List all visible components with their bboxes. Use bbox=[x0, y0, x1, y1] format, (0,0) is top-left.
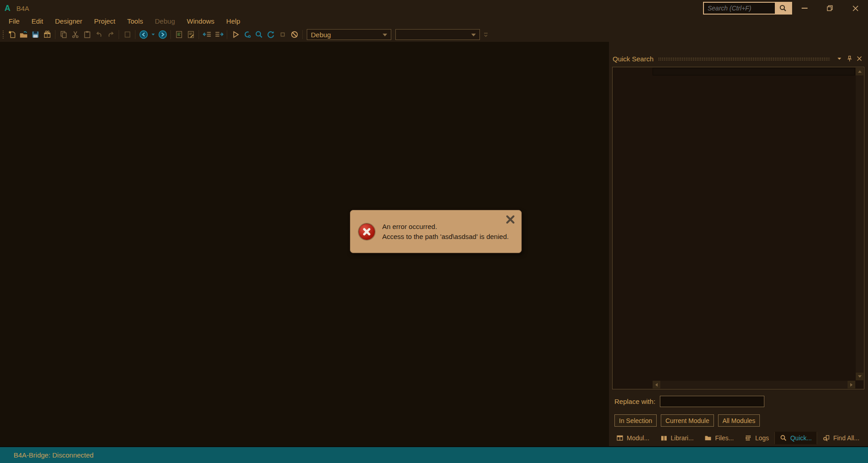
toolbar-separator bbox=[119, 30, 119, 39]
search-submit-button[interactable] bbox=[775, 3, 791, 14]
in-selection-button[interactable]: In Selection bbox=[614, 414, 657, 427]
pin-icon bbox=[847, 55, 853, 62]
toolbar-separator bbox=[302, 30, 303, 39]
navigate-forward-icon[interactable] bbox=[157, 29, 168, 40]
package-icon[interactable] bbox=[41, 29, 53, 40]
build-configuration-value: Debug bbox=[311, 31, 331, 39]
restore-button[interactable] bbox=[817, 0, 843, 16]
resume-icon[interactable] bbox=[265, 29, 276, 40]
toolbar-separator bbox=[199, 30, 199, 39]
replace-row: Replace with: bbox=[614, 395, 764, 407]
panel-drag-texture[interactable] bbox=[658, 57, 830, 61]
window-title: B4A bbox=[16, 5, 29, 12]
open-project-icon[interactable] bbox=[18, 29, 29, 40]
libraries-icon bbox=[660, 434, 668, 442]
menu-windows[interactable]: Windows bbox=[181, 16, 220, 27]
horizontal-scrollbar[interactable] bbox=[653, 381, 855, 388]
tab-files[interactable]: Files... bbox=[699, 432, 739, 444]
tab-label: Quick... bbox=[790, 434, 812, 442]
chevron-down-icon bbox=[837, 56, 842, 61]
triangle-up-icon bbox=[858, 70, 862, 73]
cut-icon[interactable] bbox=[70, 29, 81, 40]
tab-modules[interactable]: Modul... bbox=[611, 432, 655, 444]
all-modules-button[interactable]: All Modules bbox=[718, 414, 760, 427]
minimize-button[interactable] bbox=[792, 0, 817, 16]
tab-quick-search[interactable]: Quick... bbox=[774, 432, 817, 444]
menu-debug: Debug bbox=[149, 16, 181, 27]
tab-find-all-references[interactable]: Find All... bbox=[817, 432, 865, 444]
comment-selection-icon[interactable] bbox=[173, 29, 185, 40]
error-dialog: An error occurred. Access to the path 'a… bbox=[350, 210, 522, 253]
error-line-2: Access to the path 'asd\asdsad' is denie… bbox=[382, 232, 509, 242]
panel-menu-button[interactable] bbox=[834, 55, 844, 63]
scroll-right-button[interactable] bbox=[848, 381, 855, 388]
close-button[interactable] bbox=[843, 0, 868, 16]
menu-project[interactable]: Project bbox=[88, 16, 121, 27]
toolbar-separator bbox=[227, 30, 227, 39]
save-all-icon[interactable] bbox=[30, 29, 41, 40]
search-input[interactable] bbox=[704, 3, 775, 14]
app-logo: A bbox=[5, 4, 10, 13]
title-bar: A B4A bbox=[0, 0, 868, 16]
connect-device-icon[interactable] bbox=[241, 29, 253, 40]
window-controls bbox=[792, 0, 868, 16]
dialog-close-button[interactable] bbox=[505, 214, 516, 225]
triangle-right-icon bbox=[850, 383, 853, 387]
module-selector-combobox[interactable] bbox=[395, 29, 480, 40]
run-icon[interactable] bbox=[229, 29, 241, 40]
menu-designer[interactable]: Designer bbox=[49, 16, 88, 27]
vertical-scrollbar[interactable] bbox=[856, 68, 863, 380]
tab-label: Find All... bbox=[833, 434, 859, 442]
bridge-status-text: B4A-Bridge: Disconnected bbox=[14, 451, 94, 459]
error-message: An error occurred. Access to the path 'a… bbox=[382, 222, 509, 242]
undo-icon[interactable] bbox=[93, 29, 105, 40]
tab-libraries[interactable]: Librari... bbox=[655, 432, 699, 444]
error-icon bbox=[359, 224, 375, 240]
indent-icon[interactable] bbox=[213, 29, 224, 40]
debug-icon[interactable] bbox=[253, 29, 264, 40]
current-module-button[interactable]: Current Module bbox=[661, 414, 714, 427]
menu-bar: File Edit Designer Project Tools Debug W… bbox=[0, 16, 868, 27]
chevron-down-icon bbox=[471, 34, 476, 36]
toolbar-grip[interactable] bbox=[2, 30, 5, 40]
triangle-left-icon bbox=[655, 383, 658, 387]
tab-label: Files... bbox=[715, 434, 733, 442]
scroll-up-button[interactable] bbox=[856, 68, 863, 75]
scroll-down-button[interactable] bbox=[856, 373, 863, 380]
replace-input[interactable] bbox=[660, 396, 764, 407]
main-toolbar: Debug bbox=[0, 27, 868, 42]
menu-help[interactable]: Help bbox=[220, 16, 246, 27]
copy-icon[interactable] bbox=[58, 29, 69, 40]
back-history-dropdown-icon[interactable] bbox=[150, 29, 156, 40]
quick-search-input[interactable] bbox=[653, 68, 855, 75]
panel-close-button[interactable] bbox=[854, 55, 864, 63]
build-configuration-combobox[interactable]: Debug bbox=[307, 29, 391, 40]
minimize-icon bbox=[802, 8, 808, 9]
panel-pin-button[interactable] bbox=[844, 55, 854, 63]
logs-icon bbox=[745, 434, 752, 442]
scroll-left-button[interactable] bbox=[653, 381, 660, 388]
tab-logs[interactable]: Logs bbox=[739, 432, 774, 444]
outdent-icon[interactable] bbox=[201, 29, 213, 40]
new-project-icon[interactable] bbox=[6, 29, 17, 40]
uncomment-selection-icon[interactable] bbox=[185, 29, 196, 40]
paste-icon[interactable] bbox=[81, 29, 93, 40]
toolbar-separator bbox=[170, 30, 171, 39]
menu-edit[interactable]: Edit bbox=[25, 16, 49, 27]
search-icon bbox=[779, 4, 787, 12]
panel-header[interactable]: Quick Search bbox=[613, 54, 864, 64]
quick-search-results-panel[interactable] bbox=[612, 67, 864, 389]
designer-grid-icon[interactable] bbox=[121, 29, 133, 40]
tab-label: Librari... bbox=[671, 434, 694, 442]
clean-project-icon[interactable] bbox=[289, 29, 300, 40]
tab-label: Modul... bbox=[627, 434, 649, 442]
stop-icon[interactable] bbox=[277, 29, 288, 40]
scope-buttons-row: In Selection Current Module All Modules bbox=[614, 414, 760, 427]
menu-tools[interactable]: Tools bbox=[121, 16, 149, 27]
navigate-back-icon[interactable] bbox=[138, 29, 149, 40]
find-all-icon bbox=[823, 434, 830, 442]
menu-file[interactable]: File bbox=[3, 16, 25, 27]
error-line-1: An error occurred. bbox=[382, 222, 509, 232]
toolbar-overflow-icon[interactable] bbox=[482, 29, 489, 40]
redo-icon[interactable] bbox=[105, 29, 116, 40]
